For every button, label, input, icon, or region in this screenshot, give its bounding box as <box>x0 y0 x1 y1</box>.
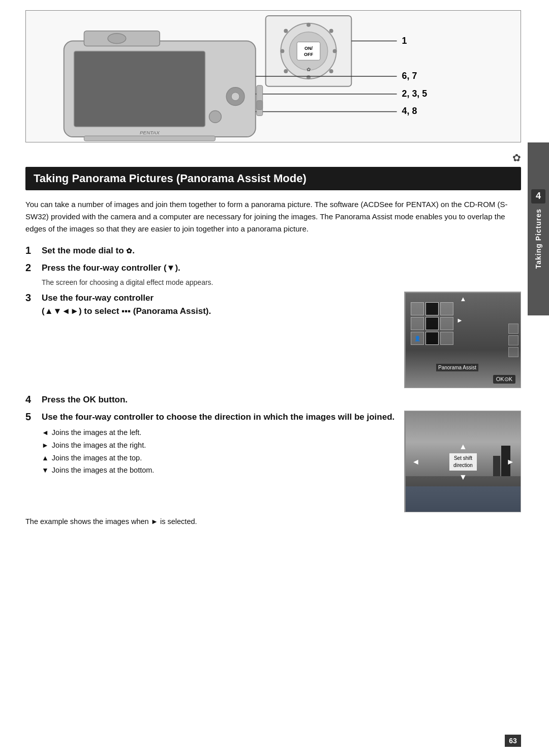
svg-text:2, 3, 5: 2, 3, 5 <box>402 89 428 99</box>
step-5-text-area: 5 Use the four-way controller to choose … <box>25 411 395 481</box>
sidebar-chapter-number: 4 <box>531 189 545 203</box>
page-container: 4 Taking Pictures 63 <box>0 0 549 756</box>
svg-text:PENTAX: PENTAX <box>140 130 160 135</box>
svg-point-31 <box>209 110 221 123</box>
pano-cell-13 <box>440 302 453 315</box>
step-1-text: Set the mode dial to ✿. <box>42 244 521 257</box>
svg-point-9 <box>333 49 337 53</box>
step-3: 3 Use the four-way controller(▲▼◄►) to s… <box>25 292 395 317</box>
step-1-number: 1 <box>25 244 42 256</box>
pano-cell-r3 <box>508 347 518 357</box>
shift-arrow-right: ► <box>506 457 514 467</box>
svg-point-3 <box>108 34 126 44</box>
svg-point-11 <box>307 75 311 79</box>
pano-cell-31: 👤 <box>411 332 424 345</box>
pano-cell-22 <box>425 317 439 330</box>
svg-rect-1 <box>74 51 205 127</box>
shift-label-line1: Set shift <box>454 455 472 461</box>
bullet-top: Joins the images at the top. <box>42 452 395 464</box>
svg-point-10 <box>329 69 333 73</box>
bullet-bottom: Joins the images at the bottom. <box>42 464 395 477</box>
step-2: 2 Press the four-way controller (▼). <box>25 261 521 275</box>
pano-cell-12 <box>425 302 439 315</box>
panorama-assist-label: Panorama Assist <box>436 364 478 371</box>
pano-cell-23 <box>440 317 453 330</box>
section-icon: ✿ <box>25 152 521 164</box>
pano-cell-r2 <box>508 335 518 345</box>
step-5: 5 Use the four-way controller to choose … <box>25 411 395 424</box>
svg-point-33 <box>231 93 239 101</box>
step-2-sub: The screen for choosing a digital effect… <box>42 278 521 286</box>
shift-arrow-up: ▲ <box>459 442 467 451</box>
svg-text:ON/: ON/ <box>304 46 313 51</box>
camera-diagram-svg: ON/ OFF ✿ 1 6, 7 2, 3, 5 4, 8 <box>26 11 521 142</box>
step-3-text-area: 3 Use the four-way controller(▲▼◄►) to s… <box>25 292 395 322</box>
bullet-right: Joins the images at the right. <box>42 439 395 452</box>
svg-point-14 <box>284 29 288 33</box>
step-5-row: 5 Use the four-way controller to choose … <box>25 411 521 512</box>
svg-text:✿: ✿ <box>307 67 311 72</box>
shift-screen-inner: ▲ ◄ Set shift direction ► ▼ <box>405 411 521 512</box>
shift-middle-row: ◄ Set shift direction ► <box>406 453 521 471</box>
shift-arrow-down: ▼ <box>459 473 467 482</box>
example-note: The example shows the images when ► is s… <box>25 517 521 526</box>
svg-rect-28 <box>257 101 263 110</box>
bullet-list: Joins the images at the left. Joins the … <box>42 426 395 477</box>
step-5-number: 5 <box>25 411 42 423</box>
shift-label-box: Set shift direction <box>449 453 477 471</box>
sidebar-tab: 4 Taking Pictures <box>528 142 549 315</box>
shift-label-line2: direction <box>453 462 473 468</box>
intro-paragraph: You can take a number of images and join… <box>25 198 521 235</box>
step-4-text: Press the OK button. <box>42 393 521 406</box>
pano-ok-button: OK⊙K <box>493 375 515 384</box>
panorama-assist-screen: ▲ <box>404 292 521 388</box>
step-2-text: Press the four-way controller (▼). <box>42 261 521 275</box>
pano-cell-33 <box>440 332 453 345</box>
pano-cell-r1 <box>508 324 518 334</box>
svg-text:6, 7: 6, 7 <box>402 71 417 81</box>
svg-point-7 <box>307 23 311 27</box>
step-3-number: 3 <box>25 292 42 304</box>
svg-point-8 <box>329 29 333 33</box>
svg-point-13 <box>280 49 284 53</box>
shift-overlay: ▲ ◄ Set shift direction ► ▼ <box>406 412 521 512</box>
pano-select-arrow: ► <box>456 316 463 324</box>
camera-diagram: ON/ OFF ✿ 1 6, 7 2, 3, 5 4, 8 <box>25 10 521 142</box>
svg-text:4, 8: 4, 8 <box>402 106 417 116</box>
pano-cell-32 <box>425 332 439 345</box>
step-3-text: Use the four-way controller(▲▼◄►) to sel… <box>42 292 395 317</box>
pano-cell-21 <box>411 317 424 330</box>
shift-arrow-left: ◄ <box>412 457 420 467</box>
section-heading: Taking Panorama Pictures (Panorama Assis… <box>25 167 521 190</box>
shift-direction-screen: ▲ ◄ Set shift direction ► ▼ <box>404 411 521 512</box>
sidebar-chapter-label: Taking Pictures <box>534 209 542 269</box>
bullet-left: Joins the images at the left. <box>42 426 395 439</box>
svg-text:OFF: OFF <box>304 52 313 57</box>
main-content: ON/ OFF ✿ 1 6, 7 2, 3, 5 4, 8 <box>25 10 521 731</box>
svg-text:1: 1 <box>402 36 407 46</box>
svg-point-12 <box>284 69 288 73</box>
svg-rect-29 <box>84 136 215 141</box>
pano-right-column <box>506 293 521 388</box>
step-5-text: Use the four-way controller to choose th… <box>42 411 395 424</box>
pano-cell-11 <box>411 302 424 315</box>
pano-main-grid: 👤 <box>411 302 453 345</box>
step-3-row: 3 Use the four-way controller(▲▼◄►) to s… <box>25 292 521 388</box>
panorama-screen-inner: ▲ <box>405 292 521 388</box>
step-4: 4 Press the OK button. <box>25 393 521 406</box>
page-number: 63 <box>505 735 521 747</box>
step-4-number: 4 <box>25 393 42 405</box>
step-1: 1 Set the mode dial to ✿. <box>25 244 521 257</box>
step-2-number: 2 <box>25 261 42 274</box>
